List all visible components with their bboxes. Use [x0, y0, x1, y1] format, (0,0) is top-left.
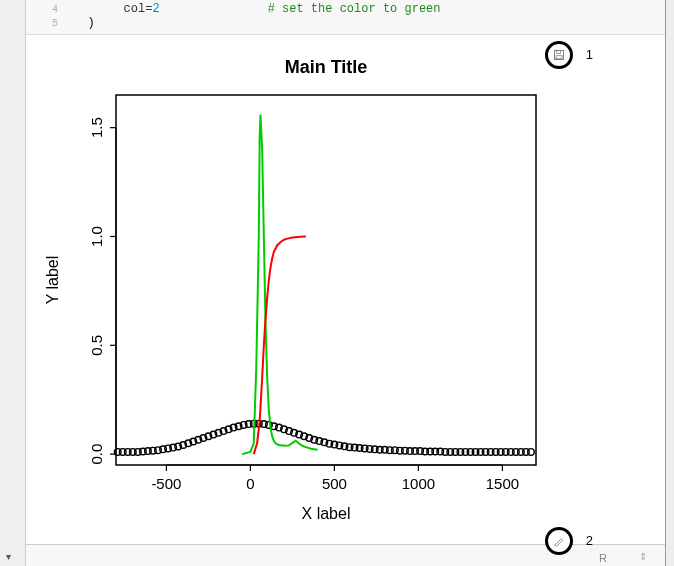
line-number: 4 [26, 4, 66, 15]
code-block: 4 col=2 # set the color to green 5 ) [26, 0, 665, 35]
line-number: 5 [26, 18, 66, 29]
svg-text:1000: 1000 [402, 475, 435, 492]
plot-svg: Main Title-5000500100015000.00.51.01.5X … [26, 35, 646, 545]
plot-output: 1 Main Title-5000500100015000.00.51.01.5… [26, 35, 665, 544]
collapse-arrow-icon[interactable]: ▾ [6, 551, 11, 562]
svg-text:0: 0 [246, 475, 254, 492]
svg-text:-500: -500 [151, 475, 181, 492]
resize-handle-icon[interactable]: ⇕ [639, 551, 647, 562]
footer-bar: 2 R ⇕ [26, 544, 665, 566]
left-gutter: ▾ [0, 0, 26, 566]
svg-text:0.0: 0.0 [88, 444, 105, 465]
language-indicator: R [599, 552, 607, 564]
code-line: 5 ) [26, 16, 665, 30]
svg-line-110 [555, 545, 556, 547]
svg-text:Main Title: Main Title [285, 57, 368, 77]
plot-index-label: 2 [586, 533, 593, 548]
main-panel: 4 col=2 # set the color to green 5 ) 1 M… [26, 0, 666, 566]
app-root: ▾ 4 col=2 # set the color to green 5 ) 1… [0, 0, 674, 566]
edit-plot-button[interactable] [545, 527, 573, 555]
svg-text:1.0: 1.0 [88, 226, 105, 247]
svg-text:0.5: 0.5 [88, 335, 105, 356]
vertical-scrollbar[interactable] [666, 0, 674, 566]
code-content[interactable]: ) [66, 16, 95, 30]
svg-text:500: 500 [322, 475, 347, 492]
svg-text:Y label: Y label [44, 256, 61, 305]
code-line: 4 col=2 # set the color to green [26, 2, 665, 16]
svg-text:1.5: 1.5 [88, 117, 105, 138]
pencil-icon [553, 535, 565, 547]
code-content[interactable]: col=2 # set the color to green [66, 2, 440, 16]
svg-text:X label: X label [302, 505, 351, 522]
svg-text:1500: 1500 [486, 475, 519, 492]
svg-rect-3 [116, 95, 536, 465]
